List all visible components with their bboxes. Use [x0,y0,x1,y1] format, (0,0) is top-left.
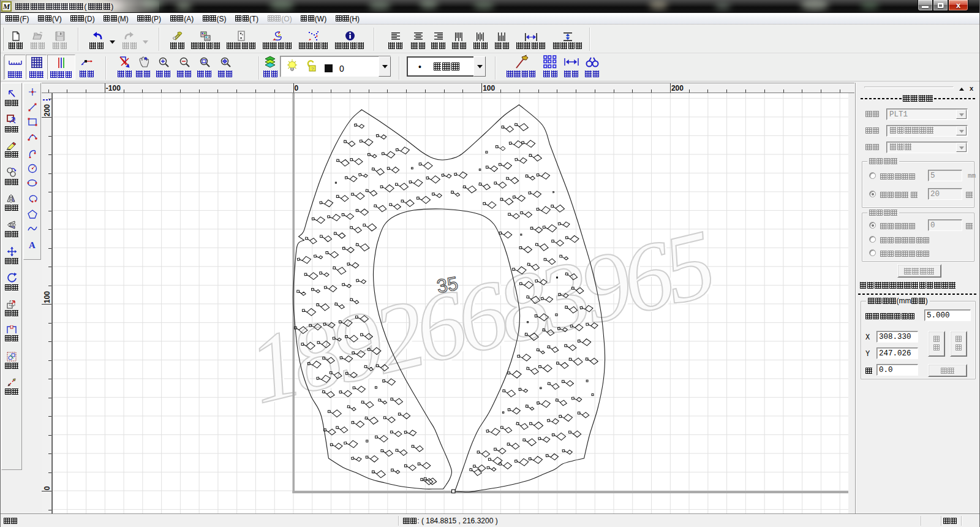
svg-text:35: 35 [435,273,459,297]
svg-text:A: A [29,240,36,249]
svg-text:?: ? [311,66,314,72]
